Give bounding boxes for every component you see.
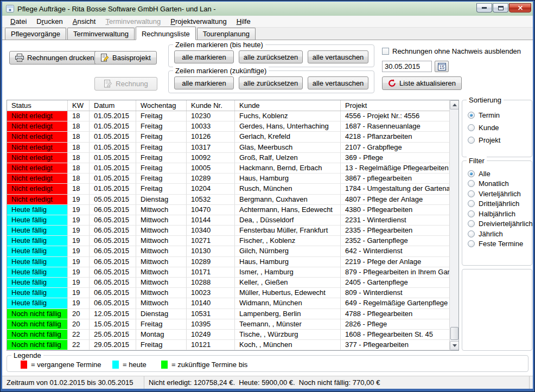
status-bar: Zeitraum von 01.02.2015 bis 30.05.2015 N… [2, 376, 533, 389]
table-row[interactable]: Heute fällig1906.05.2015Mittwoch10470Ach… [7, 205, 458, 215]
cell-kunde_nr: 10144 [187, 215, 235, 226]
cell-datum: 06.05.2015 [90, 236, 136, 246]
table-row[interactable]: Nicht erledigt1801.05.2015Freitag10033Ge… [7, 121, 458, 132]
print-invoices-button[interactable]: Rechnungen drucken [9, 51, 100, 65]
radio-projekt[interactable]: Projekt [468, 136, 532, 144]
cell-projekt: 2231 - Winterdienst [341, 215, 458, 226]
refresh-list-button[interactable]: Liste aktualisieren [382, 76, 462, 90]
table-row[interactable]: Nicht erledigt1801.05.2015Freitag10317Gl… [7, 143, 458, 153]
content-area: Rechnungen drucken Basisprojekt Rechnung… [2, 40, 533, 376]
radio-feste-termine[interactable]: Feste Termine [468, 240, 532, 248]
table-row[interactable]: Noch nicht fällig2015.05.2015Freitag1039… [7, 319, 458, 330]
menu-ansicht[interactable]: Ansicht [68, 16, 101, 27]
menu-drucken[interactable]: Drucken [31, 16, 67, 27]
table-row[interactable]: Nicht erledigt1801.05.2015Freitag10005Ha… [7, 163, 458, 173]
table-row[interactable]: Heute fällig1906.05.2015Mittwoch10340Fen… [7, 226, 458, 236]
table-row[interactable]: Noch nicht fällig2229.05.2015Freitag1012… [7, 340, 458, 350]
alle-zur-cksetzen-button[interactable]: alle zurücksetzen [239, 76, 303, 89]
radio-termin[interactable]: Termin [468, 111, 532, 119]
column-header-wochentag[interactable]: Wochentag [136, 100, 187, 111]
table-row[interactable]: Nicht erledigt1801.05.2015Freitag10230Fu… [7, 111, 458, 121]
alle-markieren-button[interactable]: alle markieren [174, 76, 234, 89]
menu-terminverwaltung[interactable]: Terminverwaltung [100, 16, 165, 27]
cell-kunde: Gilch, Nürnberg [235, 246, 341, 256]
menu-hilfe[interactable]: Hilfe [232, 16, 256, 27]
radio-viertelj-hrlich[interactable]: Vierteljährlich [468, 190, 532, 198]
cell-wochentag: Mittwoch [136, 298, 187, 309]
table-row[interactable]: Heute fällig1906.05.2015Mittwoch10271Fis… [7, 236, 458, 246]
hide-invoices-checkbox[interactable] [382, 48, 389, 55]
radio-monatlich[interactable]: Monatlich [468, 179, 532, 188]
radio-kunde[interactable]: Kunde [468, 124, 532, 132]
minimize-button[interactable] [476, 3, 492, 12]
radio-halbj-hrlich[interactable]: Halbjährlich [468, 210, 532, 218]
cell-kunde_nr: 10317 [187, 143, 235, 153]
table-row[interactable]: Heute fällig1906.05.2015Mittwoch10130Gil… [7, 246, 458, 256]
radio-button-icon [468, 137, 475, 144]
table-row[interactable]: Noch nicht fällig2012.05.2015Dienstag105… [7, 309, 458, 319]
table-row[interactable]: Heute fällig1906.05.2015Mittwoch10289Hau… [7, 257, 458, 267]
radio-drittelj-hrlich[interactable]: Dritteljährlich [468, 200, 532, 208]
cell-kunde_nr: 10130 [187, 246, 235, 256]
invoice-button[interactable]: Rechnung [94, 77, 157, 91]
column-header-projekt[interactable]: Projekt [341, 100, 458, 111]
vertical-scrollbar[interactable] [449, 100, 458, 350]
alle-vertauschen-button[interactable]: alle vertauschen [308, 50, 368, 63]
column-header-kunde-nr[interactable]: Kunde Nr. [187, 100, 235, 111]
app-icon [6, 5, 14, 12]
table-row[interactable]: Noch nicht fällig2225.05.2015Montag10249… [7, 330, 458, 340]
tab-terminverwaltung[interactable]: Terminverwaltung [67, 28, 135, 40]
column-header-kunde[interactable]: Kunde [235, 100, 341, 111]
cell-datum: 25.05.2015 [90, 330, 136, 340]
alle-markieren-button[interactable]: alle markieren [174, 50, 234, 63]
table-row[interactable]: Nicht erledigt1801.05.2015Freitag10289Ha… [7, 173, 458, 184]
table-row[interactable]: Heute fällig1906.05.2015Mittwoch10023Mül… [7, 288, 458, 298]
column-header-datum[interactable]: Datum [90, 100, 136, 111]
status-cell: Nicht erledigt [7, 132, 68, 142]
table-row[interactable]: Heute fällig1906.05.2015Mittwoch10288Kel… [7, 278, 458, 288]
minimize-icon [482, 7, 487, 9]
table-row[interactable]: Nicht erledigt1905.05.2015Dienstag10532B… [7, 195, 458, 205]
table-row[interactable]: Nicht erledigt1801.05.2015Freitag10126Ge… [7, 132, 458, 142]
scrollbar-up-button[interactable] [450, 100, 459, 110]
date-picker-button[interactable]: 15 [435, 61, 449, 72]
cell-kunde_nr: 10289 [187, 173, 235, 184]
column-header-kw[interactable]: KW [68, 100, 90, 111]
radio-j-hrlich[interactable]: Jährlich [468, 230, 532, 238]
radio-button-icon [468, 170, 475, 177]
cell-projekt: 13 - Regelmäßige Pflegearbeiten [341, 163, 458, 173]
cell-kw: 18 [68, 163, 90, 173]
hide-invoices-checkbox-row[interactable]: Rechnungen ohne Nachweis ausblenden [382, 47, 521, 55]
title-bar[interactable]: Pflege Aufträge - Rita Bosse Software Gm… [2, 2, 533, 16]
alle-zur-cksetzen-button[interactable]: alle zurücksetzen [239, 50, 303, 63]
radio-alle[interactable]: Alle [468, 170, 532, 178]
base-project-button[interactable]: Basisprojekt [94, 51, 157, 65]
table-row[interactable]: Heute fällig1906.05.2015Mittwoch10171Ism… [7, 267, 458, 278]
table-row[interactable]: Heute fällig1906.05.2015Mittwoch10140Wid… [7, 298, 458, 309]
menu-projektverwaltung[interactable]: Projektverwaltung [165, 16, 231, 27]
cell-projekt: 1687 - Rasenneuanlage [341, 121, 458, 132]
table-row[interactable]: Heute fällig1906.05.2015Mittwoch10144Dea… [7, 215, 458, 226]
tab-tourenplanung[interactable]: Tourenplanung [197, 28, 256, 40]
column-header-status[interactable]: Status [7, 100, 68, 111]
group-future-buttons: alle markierenalle zurücksetzenalle vert… [174, 76, 368, 89]
alle-vertauschen-button[interactable]: alle vertauschen [308, 76, 368, 89]
menu-datei[interactable]: Datei [5, 16, 31, 27]
table-row[interactable]: Nicht erledigt1801.05.2015Freitag10204Ru… [7, 184, 458, 194]
group-until-today-buttons: alle markierenalle zurücksetzenalle vert… [174, 50, 368, 63]
close-button[interactable] [509, 3, 531, 12]
table-row[interactable]: Nicht erledigt1801.05.2015Freitag10092Gr… [7, 153, 458, 163]
cell-kw: 19 [68, 298, 90, 309]
maximize-button[interactable] [493, 3, 508, 12]
status-cell: Heute fällig [7, 298, 68, 309]
date-input[interactable] [382, 61, 432, 72]
cell-kunde: Keller, , Gießen [235, 278, 341, 288]
filter-options: AlleMonatlichVierteljährlichDritteljährl… [462, 170, 532, 248]
status-totals: Nicht erledigt: 120758,24 €. Heute: 5900… [144, 376, 530, 389]
radio-dreiviertelj-hrlich[interactable]: Dreivierteljährlich [468, 220, 532, 228]
scrollbar-down-button[interactable] [450, 341, 459, 350]
right-panel: Sortierung TerminKundeProjekt Filter All… [462, 100, 532, 351]
tab-pflegevorg-nge[interactable]: Pflegevorgänge [5, 28, 66, 40]
scrollbar-thumb[interactable] [450, 327, 458, 340]
tab-rechnungsliste[interactable]: Rechnungsliste [136, 27, 196, 40]
